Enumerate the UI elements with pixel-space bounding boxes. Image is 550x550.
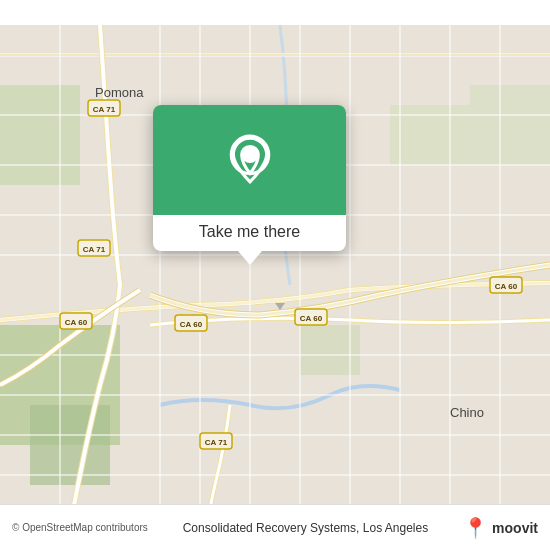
svg-text:CA 71: CA 71 — [205, 438, 228, 447]
svg-rect-3 — [30, 405, 110, 485]
svg-text:CA 71: CA 71 — [83, 245, 106, 254]
svg-rect-6 — [300, 325, 360, 375]
moovit-logo: 📍 moovit — [463, 516, 538, 540]
svg-text:CA 60: CA 60 — [300, 314, 323, 323]
map-container: Pomona Chino CA 71 CA 71 CA 71 CA 60 CA … — [0, 0, 550, 550]
svg-rect-5 — [470, 85, 550, 165]
take-me-there-button[interactable]: Take me there — [199, 223, 300, 240]
svg-rect-4 — [390, 105, 470, 165]
svg-text:CA 60: CA 60 — [180, 320, 203, 329]
bottom-bar: © OpenStreetMap contributors Consolidate… — [0, 504, 550, 550]
svg-point-42 — [243, 149, 255, 161]
city-label-pomona: Pomona — [95, 85, 144, 100]
svg-text:CA 60: CA 60 — [65, 318, 88, 327]
location-pin-icon — [228, 134, 272, 186]
svg-rect-1 — [0, 85, 80, 185]
svg-text:CA 71: CA 71 — [93, 105, 116, 114]
city-label-chino: Chino — [450, 405, 484, 420]
moovit-brand-text: moovit — [492, 520, 538, 536]
svg-text:CA 60: CA 60 — [495, 282, 518, 291]
location-label: Consolidated Recovery Systems, Los Angel… — [148, 521, 463, 535]
popup-header — [153, 105, 346, 215]
popup-card: Take me there — [153, 105, 346, 251]
popup-label-area[interactable]: Take me there — [153, 215, 346, 251]
moovit-pin-icon: 📍 — [463, 516, 488, 540]
map-svg: Pomona Chino CA 71 CA 71 CA 71 CA 60 CA … — [0, 0, 550, 550]
copyright-text: © OpenStreetMap contributors — [12, 522, 148, 533]
